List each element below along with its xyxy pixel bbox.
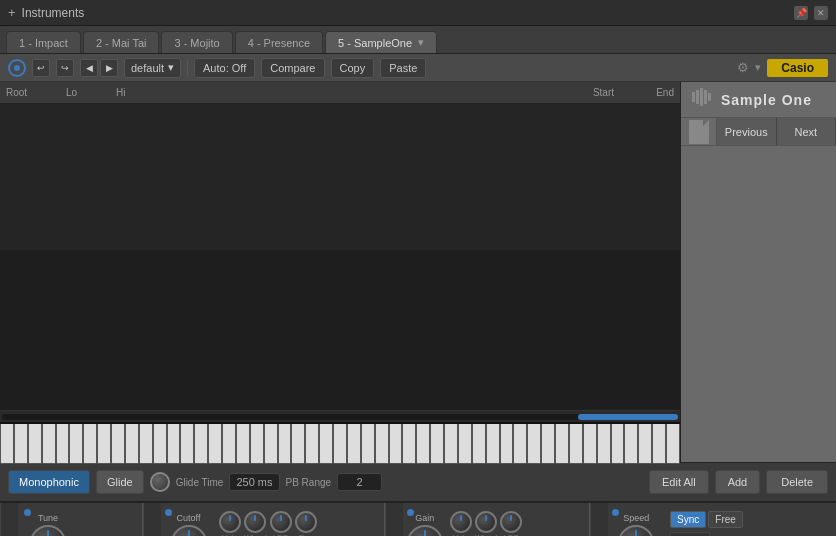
filter-cutoff-knob[interactable]	[171, 525, 207, 536]
add-icon[interactable]: +	[8, 5, 16, 20]
tab-impact[interactable]: 1 - Impact	[6, 31, 81, 53]
key-c7[interactable]	[583, 424, 597, 464]
pitch-tune-knob[interactable]	[30, 525, 66, 536]
key-g2[interactable]	[153, 424, 167, 464]
settings-dropdown-icon[interactable]: ▾	[755, 61, 761, 74]
key-g3[interactable]	[250, 424, 264, 464]
pin-button[interactable]: 📌	[794, 6, 808, 20]
key-b2[interactable]	[180, 424, 194, 464]
next-button[interactable]: Next	[777, 118, 837, 145]
free-button[interactable]: Free	[708, 511, 743, 528]
next-arrow[interactable]: ▶	[100, 59, 118, 77]
key-e6[interactable]	[513, 424, 527, 464]
scrollbar[interactable]	[0, 410, 680, 422]
key-c5[interactable]	[389, 424, 403, 464]
pb-range-value[interactable]: 2	[337, 473, 382, 491]
glide-time-value[interactable]: 250 ms	[229, 473, 279, 491]
preset-selector[interactable]: default ▾	[124, 58, 181, 78]
scrollbar-track[interactable]	[2, 414, 678, 420]
key-c1[interactable]	[0, 424, 14, 464]
undo-button[interactable]: ↩	[32, 59, 50, 77]
key-c2[interactable]	[97, 424, 111, 464]
power-button[interactable]	[8, 59, 26, 77]
edit-all-button[interactable]: Edit All	[649, 470, 709, 494]
key-c4[interactable]	[291, 424, 305, 464]
key-c6[interactable]	[486, 424, 500, 464]
key-d5[interactable]	[402, 424, 416, 464]
close-button[interactable]: ✕	[814, 6, 828, 20]
key-e7[interactable]	[611, 424, 625, 464]
key-e3[interactable]	[222, 424, 236, 464]
tab-presence[interactable]: 4 - Presence	[235, 31, 323, 53]
key-f4[interactable]	[333, 424, 347, 464]
key-d6[interactable]	[500, 424, 514, 464]
piano-keyboard[interactable]	[0, 422, 680, 462]
compare-button[interactable]: Compare	[261, 58, 324, 78]
key-d7[interactable]	[597, 424, 611, 464]
key-f5[interactable]	[430, 424, 444, 464]
glide-time-knob[interactable]	[150, 472, 170, 492]
key-f6[interactable]	[527, 424, 541, 464]
lfo-speed-knob[interactable]	[618, 525, 654, 536]
key-b7[interactable]	[666, 424, 680, 464]
key-b3[interactable]	[278, 424, 292, 464]
copy-button[interactable]: Copy	[331, 58, 375, 78]
key-e1[interactable]	[28, 424, 42, 464]
key-a3[interactable]	[264, 424, 278, 464]
filter-lfo-knob[interactable]	[270, 511, 292, 533]
sample-list[interactable]	[0, 104, 680, 250]
amp-velo-knob[interactable]	[450, 511, 472, 533]
key-d2[interactable]	[111, 424, 125, 464]
key-a1[interactable]	[69, 424, 83, 464]
key-g6[interactable]	[541, 424, 555, 464]
file-browser-button[interactable]	[681, 118, 717, 145]
key-f7[interactable]	[624, 424, 638, 464]
sync-button[interactable]: Sync	[670, 511, 706, 528]
delete-button[interactable]: Delete	[766, 470, 828, 494]
paste-button[interactable]: Paste	[380, 58, 426, 78]
key-a7[interactable]	[652, 424, 666, 464]
redo-button[interactable]: ↪	[56, 59, 74, 77]
key-a2[interactable]	[167, 424, 181, 464]
settings-icon[interactable]: ⚙	[737, 60, 749, 75]
key-b4[interactable]	[375, 424, 389, 464]
auto-off-button[interactable]: Auto: Off	[194, 58, 255, 78]
key-g5[interactable]	[444, 424, 458, 464]
key-g7[interactable]	[638, 424, 652, 464]
key-d1[interactable]	[14, 424, 28, 464]
tab-dropdown-icon[interactable]: ▾	[418, 36, 424, 49]
key-f2[interactable]	[139, 424, 153, 464]
glide-button[interactable]: Glide	[96, 470, 144, 494]
previous-button[interactable]: Previous	[717, 118, 777, 145]
filter-velo-knob[interactable]	[219, 511, 241, 533]
tab-sample-one[interactable]: 5 - SampleOne ▾	[325, 31, 437, 53]
key-a4[interactable]	[361, 424, 375, 464]
key-b5[interactable]	[472, 424, 486, 464]
amp-wheel-knob[interactable]	[475, 511, 497, 533]
key-g4[interactable]	[347, 424, 361, 464]
key-e4[interactable]	[319, 424, 333, 464]
amp-lfo-knob[interactable]	[500, 511, 522, 533]
tab-mojito[interactable]: 3 - Mojito	[161, 31, 232, 53]
key-d4[interactable]	[305, 424, 319, 464]
filter-env-knob[interactable]	[295, 511, 317, 533]
tab-mai-tai[interactable]: 2 - Mai Tai	[83, 31, 160, 53]
key-b1[interactable]	[83, 424, 97, 464]
key-c3[interactable]	[194, 424, 208, 464]
key-f1[interactable]	[42, 424, 56, 464]
key-a5[interactable]	[458, 424, 472, 464]
monophonic-button[interactable]: Monophonic	[8, 470, 90, 494]
key-a6[interactable]	[555, 424, 569, 464]
key-g1[interactable]	[56, 424, 70, 464]
key-e5[interactable]	[416, 424, 430, 464]
add-button[interactable]: Add	[715, 470, 761, 494]
key-f3[interactable]	[236, 424, 250, 464]
amp-gain-knob[interactable]	[407, 525, 443, 536]
dropdown-arrow-icon: ▾	[168, 61, 174, 74]
prev-arrow[interactable]: ◀	[80, 59, 98, 77]
scrollbar-thumb[interactable]	[578, 414, 678, 420]
key-d3[interactable]	[208, 424, 222, 464]
key-e2[interactable]	[125, 424, 139, 464]
key-b6[interactable]	[569, 424, 583, 464]
filter-wheel-knob[interactable]	[244, 511, 266, 533]
